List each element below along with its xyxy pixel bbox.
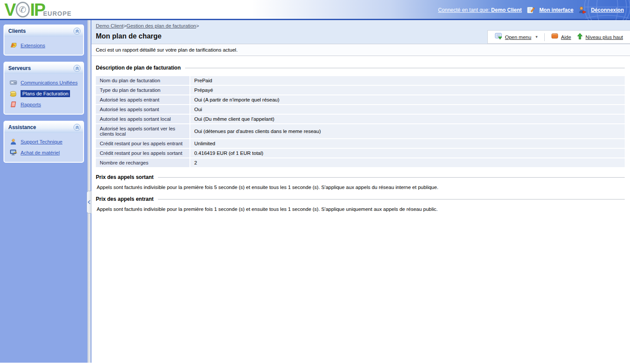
panel-title: Serveurs (8, 65, 31, 71)
row-label: Nom du plan de facturation (96, 76, 190, 85)
table-row: Autorisé les appels sortant local Oui (D… (96, 115, 625, 123)
sidebar-item[interactable]: Achat de matériel (9, 147, 81, 158)
panel-header[interactable]: Assistance (4, 122, 83, 133)
table-row: Type du plan de facturation Prépayé (96, 86, 625, 94)
row-value: PrePaid (190, 76, 625, 85)
top-header: V ✆ IP EUROPE Connecté en tant que: Demo… (0, 0, 630, 20)
collapse-chevron-icon[interactable] (74, 124, 80, 131)
panel-header[interactable]: Clients (4, 25, 83, 37)
row-label: Autorisé les appels sortant local (96, 115, 190, 123)
pricing-section: Prix des appels sortant Appels sont fact… (96, 174, 625, 190)
row-value: Oui (Du même client que l'appelant) (190, 115, 625, 123)
help-icon (551, 33, 558, 41)
panel-header[interactable]: Serveurs (4, 63, 83, 74)
logout-link[interactable]: Déconnexion (591, 7, 624, 13)
level-up-button[interactable]: Niveau plus haut (577, 33, 623, 42)
toolbar: Open menu ▼ Aide Niveau plus haut (487, 30, 630, 44)
row-value: Oui (A partir de n'importe quel réseau) (190, 95, 625, 104)
sidebar-item[interactable]: Rapports (9, 99, 81, 110)
sidebar-item-label[interactable]: Achat de matériel (21, 150, 60, 155)
panel-title: Clients (8, 28, 26, 34)
table-row: Nom du plan de facturation PrePaid (96, 76, 625, 85)
plan-table: Nom du plan de facturation PrePaid Type … (96, 75, 625, 168)
collapse-chevron-icon[interactable] (74, 65, 80, 72)
voip-europe-logo: V ✆ IP EUROPE (4, 1, 72, 18)
sidebar-item[interactable]: Communications Unifiées (9, 77, 81, 88)
sidebar-divider (88, 20, 91, 363)
support-icon (10, 138, 17, 145)
unified-comms-icon (10, 79, 17, 86)
row-value: Oui (détenues par d'autres clients dans … (190, 124, 625, 138)
row-value: 2 (190, 158, 625, 167)
breadcrumb-link[interactable]: Demo Client (96, 23, 123, 28)
sidebar-collapse-handle[interactable] (87, 191, 91, 214)
open-menu-button[interactable]: Open menu ▼ (495, 33, 538, 42)
phone-handset-icon: ✆ (16, 2, 30, 18)
row-label: Nombre de recharges (96, 158, 190, 167)
pricing-section: Prix des appels entrant Appels sont fact… (96, 196, 625, 212)
row-value: 0.416419 EUR (of 1 EUR total) (190, 149, 625, 158)
sidebar-panel-assistance: Assistance Support Technique Achat de ma… (4, 121, 84, 163)
hardware-icon (10, 149, 17, 156)
pricing-title: Prix des appels entrant (96, 196, 154, 202)
chevron-down-icon: ▼ (535, 35, 538, 39)
table-row: Crédit restant pour les appels sortant 0… (96, 149, 625, 158)
sidebar: Clients Extensions Serveurs Communicatio… (0, 20, 88, 363)
level-up-icon (577, 33, 583, 42)
row-value: Prépayé (190, 86, 625, 94)
toolbar-separator (544, 33, 545, 41)
table-row: Autorisé les appels sortant ver les clie… (96, 124, 625, 138)
table-row: Autorisé les appels sortant Oui (96, 105, 625, 114)
table-row: Autorisé les appels entrant Oui (A parti… (96, 95, 625, 104)
row-label: Autorisé les appels sortant (96, 105, 190, 114)
logo-text-v: V (4, 1, 15, 18)
row-label: Type du plan de facturation (96, 86, 190, 94)
sidebar-item[interactable]: Extensions (9, 40, 81, 51)
breadcrumb: Demo Client>Gestion des plan de facturat… (91, 20, 630, 30)
row-label: Autorisé les appels sortant ver les clie… (96, 124, 190, 138)
sidebar-item-label[interactable]: Rapports (21, 102, 41, 107)
pricing-title: Prix des appels sortant (96, 174, 154, 180)
billing-plans-icon (10, 90, 17, 97)
row-value: Unlimited (190, 139, 625, 148)
open-menu-icon (495, 33, 502, 42)
sidebar-item-label[interactable]: Extensions (21, 43, 45, 48)
row-value: Oui (190, 105, 625, 114)
sidebar-panel-serveurs: Serveurs Communications Unifiées Plans d… (4, 62, 84, 115)
pricing-text: Appels sont facturés indivisible pour la… (97, 185, 625, 190)
sidebar-item[interactable]: Support Technique (9, 136, 81, 147)
row-label: Autorisé les appels entrant (96, 95, 190, 104)
row-label: Crédit restant pour les appels sortant (96, 149, 190, 158)
sidebar-item-label[interactable]: Support Technique (21, 139, 63, 144)
collapse-chevron-icon[interactable] (74, 28, 80, 35)
logo-text-europe: EUROPE (43, 10, 71, 17)
table-row: Nombre de recharges 2 (96, 158, 625, 167)
plan-section-header: Déscription de plan de facturation (96, 65, 625, 71)
logout-user-icon (578, 6, 587, 14)
my-interface-link[interactable]: Mon interface (539, 7, 574, 13)
help-button[interactable]: Aide (551, 33, 571, 41)
reports-icon (10, 101, 17, 108)
logo-text-ip: IP (30, 1, 45, 18)
sidebar-item-label[interactable]: Communications Unifiées (21, 80, 77, 85)
connected-as-link[interactable]: Connecté en tant que: Demo Client (438, 7, 522, 13)
edit-note-icon (526, 6, 535, 14)
table-row: Crédit restant pour les appels entrant U… (96, 139, 625, 148)
pricing-text: Appels sont facturés indivisible pour la… (97, 206, 625, 212)
page-title: Mon plan de charge (91, 30, 487, 44)
breadcrumb-link[interactable]: Gestion des plan de facturation (126, 23, 196, 28)
sidebar-panel-clients: Clients Extensions (4, 24, 84, 56)
panel-title: Assistance (8, 124, 36, 130)
phone-directory-icon (10, 42, 17, 49)
page-subtitle: Ceci est un rapport détaillé sur votre p… (91, 44, 630, 56)
sidebar-item-label[interactable]: Plans de Facturation (21, 90, 70, 97)
row-label: Crédit restant pour les appels entrant (96, 139, 190, 148)
sidebar-item[interactable]: Plans de Facturation (9, 88, 81, 99)
